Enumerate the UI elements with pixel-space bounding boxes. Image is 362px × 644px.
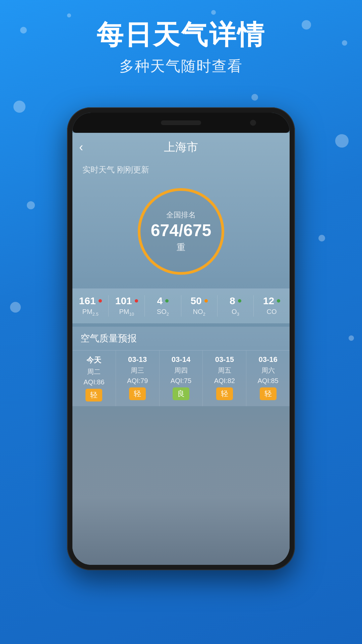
aqi-level-label: 重 xyxy=(151,241,212,253)
status-text: 实时天气 刚刚更新 xyxy=(82,165,149,174)
phone-outer: ‹ 上海市 实时天气 刚刚更新 全国排名 xyxy=(67,107,295,570)
metric-value: 101 xyxy=(115,295,132,307)
metric-label: NO2 xyxy=(193,308,205,317)
header-section: 每日天气详情 多种天气随时查看 xyxy=(0,20,362,76)
metric-value: 50 xyxy=(190,295,201,307)
aqi-circle-container: 全国排名 674/675 重 xyxy=(72,184,290,278)
metrics-row: 161PM2.5101PM104SO250NO28O312CO xyxy=(72,288,290,323)
app-bar: ‹ 上海市 xyxy=(72,133,290,162)
metric-dot xyxy=(277,299,280,303)
forecast-col: 今天周二AQI:86轻 xyxy=(72,351,116,406)
forecast-date: 今天 xyxy=(86,355,101,365)
metric-value-row: 4 xyxy=(157,295,169,307)
metric-item: 161PM2.5 xyxy=(72,295,109,317)
forecast-aqi: AQI:86 xyxy=(83,378,104,386)
city-title: 上海市 xyxy=(164,140,198,155)
metric-dot xyxy=(99,299,102,303)
forecast-badge: 良 xyxy=(173,387,189,400)
metric-value: 4 xyxy=(157,295,163,307)
status-bar: 实时天气 刚刚更新 xyxy=(72,162,290,178)
metric-value-row: 12 xyxy=(263,295,280,307)
metric-dot xyxy=(238,299,241,303)
aqi-rank-value: 674/675 xyxy=(151,222,212,239)
forecast-aqi: AQI:79 xyxy=(127,377,148,385)
phone-inner: ‹ 上海市 实时天气 刚刚更新 全国排名 xyxy=(72,113,290,565)
forecast-section: 空气质量预报 今天周二AQI:86轻03-13周三AQI:79轻03-14周四A… xyxy=(72,327,290,406)
metric-label: SO2 xyxy=(157,308,169,317)
metric-value-row: 101 xyxy=(115,295,138,307)
phone-notch xyxy=(72,113,290,133)
metric-label: PM10 xyxy=(119,308,134,317)
forecast-day: 周六 xyxy=(261,366,275,375)
metric-dot xyxy=(135,299,138,303)
forecast-title: 空气质量预报 xyxy=(72,327,290,351)
metric-value-row: 161 xyxy=(79,295,102,307)
forecast-aqi: AQI:82 xyxy=(214,377,235,385)
main-title: 每日天气详情 xyxy=(0,20,362,50)
metric-item: 4SO2 xyxy=(145,295,181,317)
sub-title: 多种天气随时查看 xyxy=(0,56,362,76)
metric-value: 161 xyxy=(79,295,96,307)
aqi-rank-label: 全国排名 xyxy=(151,210,212,220)
aqi-circle-text: 全国排名 674/675 重 xyxy=(151,210,212,253)
forecast-day: 周五 xyxy=(218,366,231,375)
metric-label: PM2.5 xyxy=(82,308,99,317)
forecast-date: 03-14 xyxy=(172,355,190,364)
forecast-badge: 轻 xyxy=(260,387,277,400)
forecast-col: 03-16周六AQI:85轻 xyxy=(246,351,290,406)
metric-item: 12CO xyxy=(254,295,290,317)
forecast-day: 周二 xyxy=(87,367,101,376)
metric-dot xyxy=(165,299,169,303)
forecast-badge: 轻 xyxy=(129,387,146,400)
metric-value-row: 8 xyxy=(230,295,241,307)
forecast-col: 03-13周三AQI:79轻 xyxy=(116,351,160,406)
forecast-date: 03-13 xyxy=(128,355,147,364)
metric-item: 101PM10 xyxy=(109,295,145,317)
forecast-badge: 轻 xyxy=(85,389,102,401)
forecast-day: 周三 xyxy=(131,366,144,375)
camera xyxy=(250,120,256,126)
bottom-decoration xyxy=(72,498,290,565)
back-button[interactable]: ‹ xyxy=(79,140,83,154)
screen-content: ‹ 上海市 实时天气 刚刚更新 全国排名 xyxy=(72,133,290,565)
forecast-aqi: AQI:85 xyxy=(257,377,278,385)
forecast-aqi: AQI:75 xyxy=(171,377,191,385)
metric-item: 8O3 xyxy=(218,295,254,317)
metric-label: CO xyxy=(266,308,277,316)
metric-dot xyxy=(204,299,208,303)
forecast-row: 今天周二AQI:86轻03-13周三AQI:79轻03-14周四AQI:75良0… xyxy=(72,351,290,406)
speaker xyxy=(161,120,201,125)
forecast-col: 03-15周五AQI:82轻 xyxy=(203,351,246,406)
aqi-circle-wrapper: 全国排名 674/675 重 xyxy=(134,184,228,278)
metric-item: 50NO2 xyxy=(181,295,218,317)
forecast-badge: 轻 xyxy=(216,387,233,400)
phone-mockup: ‹ 上海市 实时天气 刚刚更新 全国排名 xyxy=(67,107,295,570)
metric-value-row: 50 xyxy=(190,295,207,307)
forecast-date: 03-15 xyxy=(215,355,234,364)
forecast-table: 今天周二AQI:86轻03-13周三AQI:79轻03-14周四AQI:75良0… xyxy=(72,351,290,406)
metric-value: 8 xyxy=(230,295,235,307)
metric-value: 12 xyxy=(263,295,274,307)
forecast-day: 周四 xyxy=(174,366,188,375)
metric-label: O3 xyxy=(232,308,239,317)
forecast-col: 03-14周四AQI:75良 xyxy=(160,351,203,406)
forecast-date: 03-16 xyxy=(258,355,277,364)
